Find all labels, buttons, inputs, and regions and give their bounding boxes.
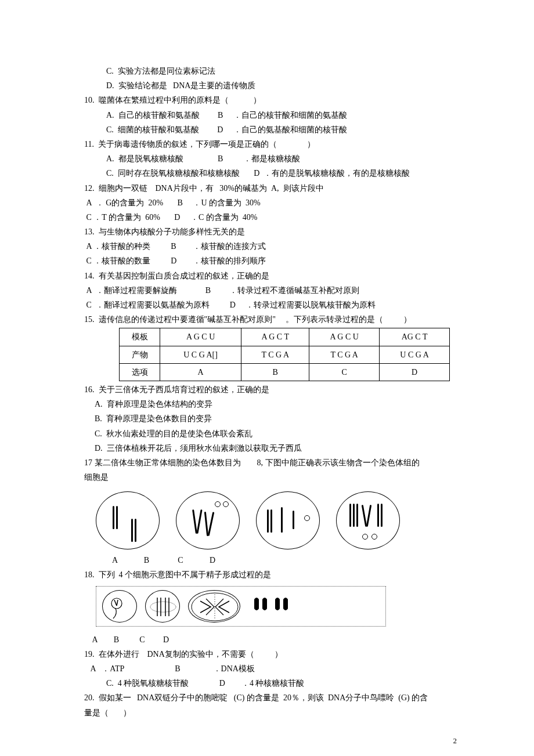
- q9-option-d: D. 实验结论都是 DNA是主要的遗传物质: [84, 78, 461, 93]
- svg-point-1: [150, 602, 176, 612]
- cell-diagram-c: [256, 491, 320, 549]
- cell: 产物: [120, 346, 160, 363]
- q15-table: 模板 A G C U A G C T A G C U AG C T 产物 U C…: [119, 328, 450, 381]
- q14-option-ab: A ．翻译过程需要解旋酶 B ．转录过程不遵循碱基互补配对原则: [84, 283, 461, 298]
- q10-stem: 10. 噬菌体在繁殖过程中利用的原料是（ ）: [84, 93, 461, 107]
- svg-point-0: [111, 598, 122, 609]
- q17-figure: [96, 491, 461, 549]
- cell: AG C T: [380, 328, 450, 346]
- cell: T C G A: [241, 346, 309, 363]
- cell-diagram-a: [96, 491, 160, 549]
- q19-option-ab: A ．ATP B ．DNA模板: [84, 661, 461, 676]
- table-row: 选项 A B C D: [120, 363, 450, 381]
- sperm-box: [96, 586, 386, 627]
- cell: 模板: [120, 328, 160, 346]
- q12-option-cd: C ．T 的含量为 60% D ．C 的含量为 40%: [84, 210, 461, 225]
- cell-diagram-b2: [145, 590, 180, 623]
- cell: D: [380, 363, 450, 381]
- q9-option-c: C. 实验方法都是同位素标记法: [84, 64, 461, 78]
- table-row: 产物 U C G A[] T C G A T C G A U C G A: [120, 346, 450, 363]
- cell-diagram-b: [176, 491, 240, 549]
- cell: 选项: [120, 363, 160, 381]
- q10-option-ab: A. 自己的核苷酸和氨基酸 B ．自己的核苷酸和细菌的氨基酸: [84, 108, 461, 122]
- cell-diagram-c2: [188, 590, 240, 623]
- q16-stem: 16. 关于三倍体无子西瓜培育过程的叙述，正确的是: [84, 382, 461, 397]
- cell-diagram-a2: [102, 590, 137, 623]
- q14-stem: 14. 有关基因控制蛋白质合成过程的叙述，正确的是: [84, 269, 461, 283]
- cell: A G C U: [160, 328, 241, 346]
- page-number: 2: [84, 734, 461, 747]
- q20-stem-line1: 20. 假如某一 DNA双链分子中的胞嘧啶 (C) 的含量是 20％，则该 DN…: [84, 690, 461, 705]
- q16-option-b: B. 育种原理是染色体数目的变异: [84, 411, 461, 426]
- q18-figure: [96, 586, 461, 627]
- table-row: 模板 A G C U A G C T A G C U AG C T: [120, 328, 450, 346]
- q11-option-ab: A. 都是脱氧核糖核酸 B ．都是核糖核酸: [84, 151, 461, 166]
- q18-options: A B C D: [84, 632, 461, 647]
- q15-stem: 15. 遗传信息的传递过程中要遵循"碱基互补配对原则" 。下列表示转录过程的是（…: [84, 312, 461, 327]
- cell: A G C U: [309, 328, 380, 346]
- cell: U C G A[]: [160, 346, 241, 363]
- q18-stem: 18. 下列 4 个细胞示意图中不属于精子形成过程的是: [84, 567, 461, 582]
- q10-option-cd: C. 细菌的核苷酸和氨基酸 D ．自己的氨基酸和细菌的核苷酸: [84, 122, 461, 137]
- cell: T C G A: [309, 346, 380, 363]
- cell: A: [160, 363, 241, 381]
- q20-stem-line2: 量是（ ）: [84, 706, 461, 720]
- q12-stem: 12. 细胞内一双链 DNA片段中，有 30%的碱基为 A, 则该片段中: [84, 181, 461, 196]
- q16-option-c: C. 秋水仙素处理的目的是使染色体联会紊乱: [84, 426, 461, 441]
- q17-stem-line2: 细胞是: [84, 470, 461, 484]
- q16-option-a: A. 育种原理是染色体结构的变异: [84, 397, 461, 411]
- cell: C: [309, 363, 380, 381]
- q14-option-cd: C ．翻译过程需要以氨基酸为原料 D ．转录过程需要以脱氧核苷酸为原料: [84, 298, 461, 312]
- q19-option-cd: C. 4 种脱氧核糖核苷酸 D ．4 种核糖核苷酸: [84, 676, 461, 690]
- cell-diagram-d2: [248, 591, 295, 621]
- q11-option-cd: C. 同时存在脱氧核糖核酸和核糖核酸 D ．有的是脱氧核糖核酸，有的是核糖核酸: [84, 166, 461, 180]
- q13-option-cd: C ．核苷酸的数量 D ．核苷酸的排列顺序: [84, 254, 461, 268]
- cell: U C G A: [380, 346, 450, 363]
- q17-options: A B C D: [84, 553, 461, 567]
- q11-stem: 11. 关于病毒遗传物质的叙述，下列哪一项是正确的（ ）: [84, 137, 461, 151]
- q19-stem: 19. 在体外进行 DNA复制的实验中，不需要（ ）: [84, 647, 461, 661]
- cell: B: [241, 363, 309, 381]
- q17-stem-line1: 17 某二倍体生物正常体细胞的染色体数目为 8, 下图中能正确表示该生物含一个染…: [84, 455, 461, 470]
- q16-option-d: D. 三倍体植株开花后，须用秋水仙素刺激以获取无子西瓜: [84, 441, 461, 455]
- q13-option-ab: A ．核苷酸的种类 B ．核苷酸的连接方式: [84, 239, 461, 254]
- cell: A G C T: [241, 328, 309, 346]
- q12-option-ab: A ． G的含量为 20% B ．U 的含量为 30%: [84, 196, 461, 210]
- cell-diagram-d: [336, 491, 400, 549]
- q13-stem: 13. 与生物体内核酸分子功能多样性无关的是: [84, 225, 461, 239]
